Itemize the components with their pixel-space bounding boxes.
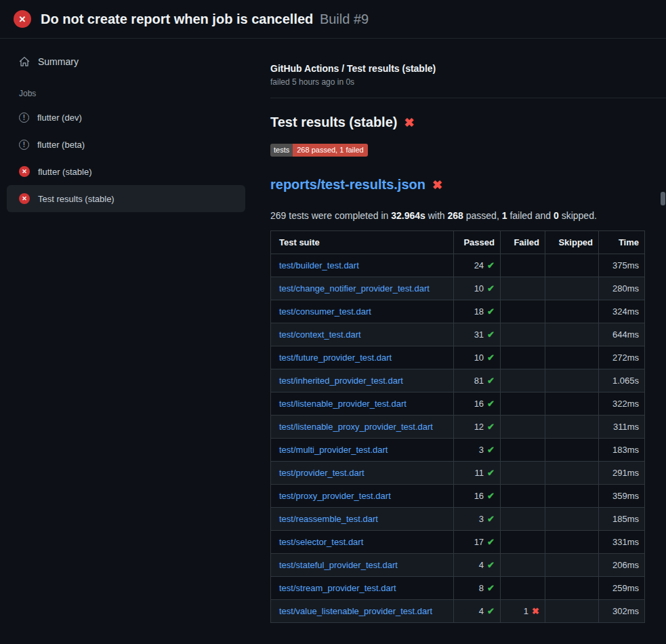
skipped-cell — [545, 485, 599, 508]
skipped-cell — [545, 531, 599, 554]
skipped-cell — [545, 462, 599, 485]
skipped-cell — [545, 300, 599, 323]
badge-value: 268 passed, 1 failed — [293, 144, 367, 157]
passed-cell: 12✔ — [454, 416, 501, 439]
sidebar-job-item[interactable]: ✕flutter (stable) — [7, 158, 245, 185]
summary-number: 268 — [448, 210, 463, 221]
test-suite-link[interactable]: test/inherited_provider_test.dart — [279, 376, 403, 386]
jobs-section-label: Jobs — [19, 89, 264, 98]
suite-cell: test/change_notifier_provider_test.dart — [271, 277, 454, 300]
summary-number: 0 — [554, 210, 559, 221]
results-table-body: test/builder_test.dart24✔375mstest/chang… — [271, 254, 645, 623]
check-icon: ✔ — [487, 560, 495, 570]
passed-cell: 18✔ — [454, 300, 501, 323]
test-suite-link[interactable]: test/value_listenable_provider_test.dart — [279, 606, 432, 616]
test-suite-link[interactable]: test/proxy_provider_test.dart — [279, 491, 391, 501]
passed-cell: 3✔ — [454, 508, 501, 531]
test-suite-link[interactable]: test/future_provider_test.dart — [279, 353, 392, 363]
skipped-cell — [545, 577, 599, 600]
skipped-cell — [545, 439, 599, 462]
failed-cell — [501, 485, 545, 508]
test-suite-link[interactable]: test/stateful_provider_test.dart — [279, 560, 398, 570]
test-suite-link[interactable]: test/provider_test.dart — [279, 468, 365, 478]
job-label: flutter (stable) — [38, 167, 91, 177]
skipped-cell — [545, 508, 599, 531]
suite-cell: test/inherited_provider_test.dart — [271, 369, 454, 393]
table-header-row: Test suitePassedFailedSkippedTime — [271, 231, 645, 254]
time-cell: 375ms — [599, 254, 645, 277]
sidebar-job-item[interactable]: !flutter (beta) — [7, 131, 245, 158]
test-suite-link[interactable]: test/stream_provider_test.dart — [279, 583, 396, 593]
test-suite-link[interactable]: test/multi_provider_test.dart — [279, 445, 388, 455]
check-icon: ✔ — [487, 445, 495, 455]
table-row: test/stateful_provider_test.dart4✔206ms — [271, 554, 645, 577]
summary-number: 1 — [502, 210, 507, 221]
suite-cell: test/value_listenable_provider_test.dart — [271, 600, 454, 623]
test-suite-link[interactable]: test/listenable_provider_test.dart — [279, 399, 407, 409]
check-icon: ✔ — [487, 422, 495, 432]
sidebar-job-item[interactable]: ✕Test results (stable) — [7, 185, 245, 212]
failed-cell — [501, 577, 545, 600]
summary-text: 269 tests were completed in — [270, 210, 391, 221]
failed-cell — [501, 462, 545, 485]
test-suite-link[interactable]: test/selector_test.dart — [279, 537, 363, 547]
summary-number: 32.964s — [391, 210, 425, 221]
test-suite-link[interactable]: test/consumer_test.dart — [279, 306, 371, 317]
sidebar-job-item[interactable]: !flutter (dev) — [7, 104, 245, 131]
time-cell: 259ms — [599, 577, 645, 600]
passed-cell: 24✔ — [454, 254, 501, 277]
divider — [270, 98, 666, 98]
section-title: Test results (stable) ✖ — [270, 115, 666, 130]
check-icon: ✔ — [487, 399, 495, 409]
failed-cell — [501, 346, 545, 369]
report-heading: reports/test-results.json ✖ — [270, 177, 666, 193]
suite-cell: test/future_provider_test.dart — [271, 346, 454, 369]
breadcrumb: GitHub Actions / Test results (stable) — [270, 63, 666, 74]
check-icon: ✔ — [487, 283, 495, 294]
tests-badge: tests 268 passed, 1 failed — [270, 144, 368, 157]
time-cell: 206ms — [599, 554, 645, 577]
failed-cell — [501, 300, 545, 323]
test-suite-link[interactable]: test/change_notifier_provider_test.dart — [279, 283, 430, 294]
check-icon: ✔ — [487, 260, 495, 270]
table-row: test/listenable_provider_test.dart16✔322… — [271, 393, 645, 416]
table-row: test/multi_provider_test.dart3✔183ms — [271, 439, 645, 462]
skipped-cell — [545, 369, 599, 393]
summary-text: with — [425, 210, 448, 221]
column-header: Test suite — [271, 231, 454, 254]
time-cell: 644ms — [599, 323, 645, 346]
passed-cell: 11✔ — [454, 462, 501, 485]
skipped-cell — [545, 554, 599, 577]
check-icon: ✔ — [487, 306, 495, 317]
skipped-cell — [545, 346, 599, 369]
time-cell: 359ms — [599, 485, 645, 508]
check-icon: ✔ — [487, 537, 495, 547]
suite-cell: test/provider_test.dart — [271, 462, 454, 485]
sidebar-item-summary[interactable]: Summary — [0, 52, 264, 71]
summary-text: skipped. — [559, 210, 597, 221]
skipped-cell — [545, 277, 599, 300]
table-row: test/proxy_provider_test.dart16✔359ms — [271, 485, 645, 508]
table-row: test/value_listenable_provider_test.dart… — [271, 600, 645, 623]
passed-cell: 4✔ — [454, 600, 501, 623]
table-row: test/consumer_test.dart18✔324ms — [271, 300, 645, 323]
test-suite-link[interactable]: test/listenable_proxy_provider_test.dart — [279, 422, 433, 432]
test-suite-link[interactable]: test/builder_test.dart — [279, 260, 359, 270]
run-status-text: failed 5 hours ago in 0s — [270, 77, 666, 87]
test-suite-link[interactable]: test/context_test.dart — [279, 329, 361, 340]
skipped-cell — [545, 416, 599, 439]
skipped-cell — [545, 600, 599, 623]
suite-cell: test/stream_provider_test.dart — [271, 577, 454, 600]
skipped-cell — [545, 393, 599, 416]
test-suite-link[interactable]: test/reassemble_test.dart — [279, 514, 378, 524]
x-icon: ✖ — [532, 606, 539, 616]
job-label: Test results (stable) — [38, 194, 115, 204]
report-link[interactable]: reports/test-results.json — [270, 177, 425, 193]
time-cell: 272ms — [599, 346, 645, 369]
sidebar-summary-label: Summary — [38, 56, 79, 67]
failed-cell — [501, 393, 545, 416]
badge-label: tests — [270, 144, 293, 157]
check-run-header: ✕ Do not create report when job is cance… — [0, 0, 666, 39]
passed-cell: 3✔ — [454, 439, 501, 462]
scrollbar-thumb[interactable] — [661, 192, 665, 205]
